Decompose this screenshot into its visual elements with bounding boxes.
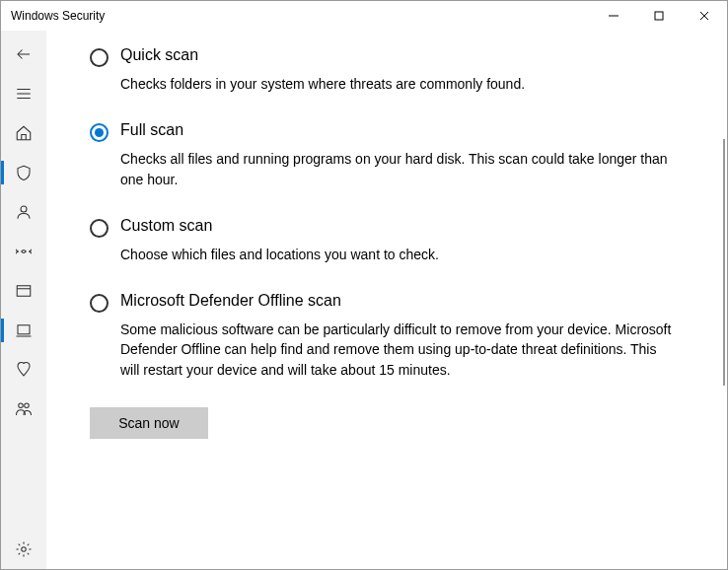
sidebar-item-firewall[interactable]: [1, 232, 46, 271]
titlebar: Windows Security: [1, 1, 727, 31]
svg-point-16: [22, 547, 27, 552]
option-title: Microsoft Defender Offline scan: [120, 292, 678, 310]
scrollbar[interactable]: [723, 139, 725, 386]
sidebar-item-settings[interactable]: [1, 530, 46, 569]
sidebar-item-family-options[interactable]: [1, 390, 46, 429]
radio-quick-scan[interactable]: [90, 48, 109, 67]
close-button[interactable]: [682, 1, 727, 31]
option-full-scan[interactable]: Full scan Checks all files and running p…: [90, 121, 678, 189]
option-offline-scan[interactable]: Microsoft Defender Offline scan Some mal…: [90, 292, 678, 380]
sidebar-item-home[interactable]: [1, 113, 46, 153]
svg-rect-1: [655, 12, 663, 20]
option-quick-scan[interactable]: Quick scan Checks folders in your system…: [90, 46, 678, 94]
option-desc: Some malicious software can be particula…: [120, 320, 678, 380]
accent-indicator: [1, 319, 4, 342]
svg-point-8: [21, 206, 27, 212]
back-button[interactable]: [1, 35, 46, 74]
option-desc: Checks folders in your system where thre…: [120, 74, 678, 94]
main-content: Quick scan Checks folders in your system…: [46, 31, 727, 569]
radio-full-scan[interactable]: [90, 123, 109, 142]
option-desc: Checks all files and running programs on…: [120, 149, 678, 189]
radio-offline-scan[interactable]: [90, 294, 109, 313]
sidebar-item-device-security[interactable]: [1, 311, 46, 350]
maximize-button[interactable]: [636, 1, 682, 31]
sidebar: [1, 31, 46, 569]
option-title: Full scan: [120, 121, 678, 139]
option-title: Custom scan: [120, 217, 678, 235]
svg-rect-10: [17, 286, 31, 297]
window-title: Windows Security: [11, 9, 591, 23]
sidebar-item-account-protection[interactable]: [1, 192, 46, 232]
option-title: Quick scan: [120, 46, 678, 64]
svg-rect-12: [18, 325, 30, 334]
minimize-button[interactable]: [591, 1, 636, 31]
scan-now-button[interactable]: Scan now: [90, 407, 208, 439]
svg-point-14: [19, 403, 24, 408]
svg-point-15: [25, 403, 30, 408]
option-desc: Choose which files and locations you wan…: [120, 245, 678, 264]
radio-custom-scan[interactable]: [90, 219, 109, 238]
sidebar-item-virus-protection[interactable]: [1, 153, 46, 192]
svg-point-9: [23, 250, 26, 253]
sidebar-item-app-browser-control[interactable]: [1, 271, 46, 311]
menu-button[interactable]: [1, 74, 46, 113]
sidebar-item-device-performance[interactable]: [1, 350, 46, 390]
accent-indicator: [1, 161, 4, 184]
option-custom-scan[interactable]: Custom scan Choose which files and locat…: [90, 217, 678, 264]
